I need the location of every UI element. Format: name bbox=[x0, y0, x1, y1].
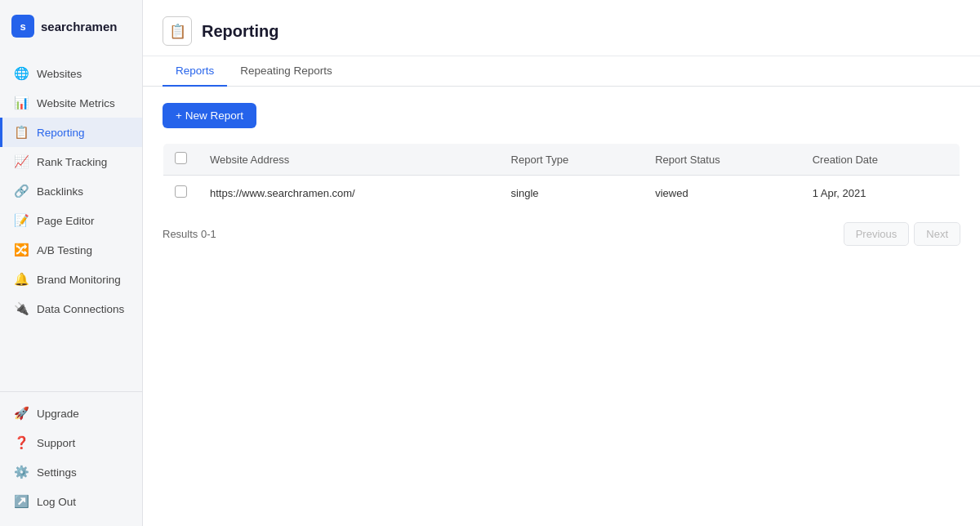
results-text: Results 0-1 bbox=[163, 228, 216, 240]
page-header-icon: 📋 bbox=[163, 16, 192, 46]
pagination-buttons: Previous Next bbox=[844, 222, 960, 246]
sidebar-item-logout[interactable]: ↗️ Log Out bbox=[0, 487, 142, 516]
sidebar-item-website-metrics[interactable]: 📊 Website Metrics bbox=[0, 88, 142, 118]
sidebar-item-data-connections[interactable]: 🔌 Data Connections bbox=[0, 294, 142, 323]
settings-icon: ⚙️ bbox=[14, 465, 29, 479]
tab-repeating-reports[interactable]: Repeating Reports bbox=[227, 56, 345, 87]
sidebar-item-rank-tracking[interactable]: 📈 Rank Tracking bbox=[0, 147, 142, 176]
row-report-type: single bbox=[500, 176, 644, 211]
websites-icon: 🌐 bbox=[14, 66, 29, 81]
sidebar-item-label: Website Metrics bbox=[37, 97, 115, 109]
sidebar-item-label: Rank Tracking bbox=[37, 156, 107, 168]
main-content: 📋 Reporting Reports Repeating Reports + … bbox=[143, 0, 980, 526]
upgrade-icon: 🚀 bbox=[14, 406, 29, 421]
sidebar-item-label: Websites bbox=[37, 68, 82, 80]
sidebar-item-label: Backlinks bbox=[37, 185, 83, 198]
content-area: + New Report Website Address Report Type… bbox=[143, 87, 980, 526]
sidebar-item-websites[interactable]: 🌐 Websites bbox=[0, 59, 142, 88]
pagination-row: Results 0-1 Previous Next bbox=[163, 222, 960, 246]
table-header-row: Website Address Report Type Report Statu… bbox=[163, 144, 960, 176]
reports-table: Website Address Report Type Report Statu… bbox=[163, 143, 960, 211]
sidebar-item-label: Support bbox=[37, 437, 75, 449]
sidebar-item-label: Page Editor bbox=[37, 215, 95, 227]
row-website-address: https://www.searchramen.com/ bbox=[198, 176, 500, 211]
sidebar-item-label: A/B Testing bbox=[37, 244, 92, 256]
col-report-type: Report Type bbox=[500, 144, 644, 176]
col-report-status: Report Status bbox=[644, 144, 801, 176]
select-all-checkbox[interactable] bbox=[175, 152, 187, 164]
sidebar-item-page-editor[interactable]: 📝 Page Editor bbox=[0, 206, 142, 235]
sidebar-item-settings[interactable]: ⚙️ Settings bbox=[0, 457, 142, 487]
sidebar-item-backlinks[interactable]: 🔗 Backlinks bbox=[0, 176, 142, 206]
row-select-cell bbox=[163, 176, 199, 211]
row-checkbox[interactable] bbox=[175, 185, 187, 198]
logo-letter: s bbox=[20, 20, 25, 33]
website-metrics-icon: 📊 bbox=[14, 96, 29, 110]
sidebar-item-upgrade[interactable]: 🚀 Upgrade bbox=[0, 399, 142, 428]
logout-icon: ↗️ bbox=[14, 494, 29, 509]
logo-text: searchramen bbox=[41, 20, 117, 33]
support-icon: ❓ bbox=[14, 435, 29, 450]
tabs-bar: Reports Repeating Reports bbox=[143, 56, 980, 87]
sidebar-item-ab-testing[interactable]: 🔀 A/B Testing bbox=[0, 235, 142, 265]
table-row: https://www.searchramen.com/ single view… bbox=[163, 176, 960, 211]
sidebar-item-support[interactable]: ❓ Support bbox=[0, 428, 142, 457]
col-select bbox=[163, 144, 199, 176]
sidebar-item-label: Upgrade bbox=[37, 408, 79, 420]
sidebar-item-brand-monitoring[interactable]: 🔔 Brand Monitoring bbox=[0, 265, 142, 294]
backlinks-icon: 🔗 bbox=[14, 184, 29, 198]
col-creation-date: Creation Date bbox=[801, 144, 960, 176]
page-header: 📋 Reporting bbox=[143, 0, 980, 56]
new-report-button[interactable]: + New Report bbox=[163, 103, 256, 128]
sidebar-item-label: Settings bbox=[37, 466, 77, 479]
previous-button[interactable]: Previous bbox=[844, 222, 910, 246]
sidebar-item-label: Brand Monitoring bbox=[37, 274, 121, 286]
sidebar-item-label: Log Out bbox=[37, 496, 76, 508]
sidebar-item-label: Reporting bbox=[37, 127, 85, 139]
logo-icon: s bbox=[11, 15, 34, 38]
tab-reports[interactable]: Reports bbox=[163, 56, 227, 87]
rank-tracking-icon: 📈 bbox=[14, 154, 29, 169]
brand-monitoring-icon: 🔔 bbox=[14, 272, 29, 287]
page-editor-icon: 📝 bbox=[14, 213, 29, 228]
reporting-icon: 📋 bbox=[14, 125, 29, 140]
sidebar-item-reporting[interactable]: 📋 Reporting bbox=[0, 118, 142, 147]
sidebar-nav: 🌐 Websites 📊 Website Metrics 📋 Reporting… bbox=[0, 52, 142, 391]
sidebar-bottom: 🚀 Upgrade ❓ Support ⚙️ Settings ↗️ Log O… bbox=[0, 391, 142, 526]
row-report-status: viewed bbox=[644, 176, 801, 211]
sidebar-item-label: Data Connections bbox=[37, 303, 124, 315]
row-creation-date: 1 Apr, 2021 bbox=[801, 176, 960, 211]
data-connections-icon: 🔌 bbox=[14, 301, 29, 316]
ab-testing-icon: 🔀 bbox=[14, 243, 29, 257]
page-title: Reporting bbox=[202, 22, 278, 41]
col-website-address: Website Address bbox=[198, 144, 500, 176]
sidebar: s searchramen 🌐 Websites 📊 Website Metri… bbox=[0, 0, 143, 526]
sidebar-logo: s searchramen bbox=[0, 0, 142, 52]
next-button[interactable]: Next bbox=[914, 222, 960, 246]
